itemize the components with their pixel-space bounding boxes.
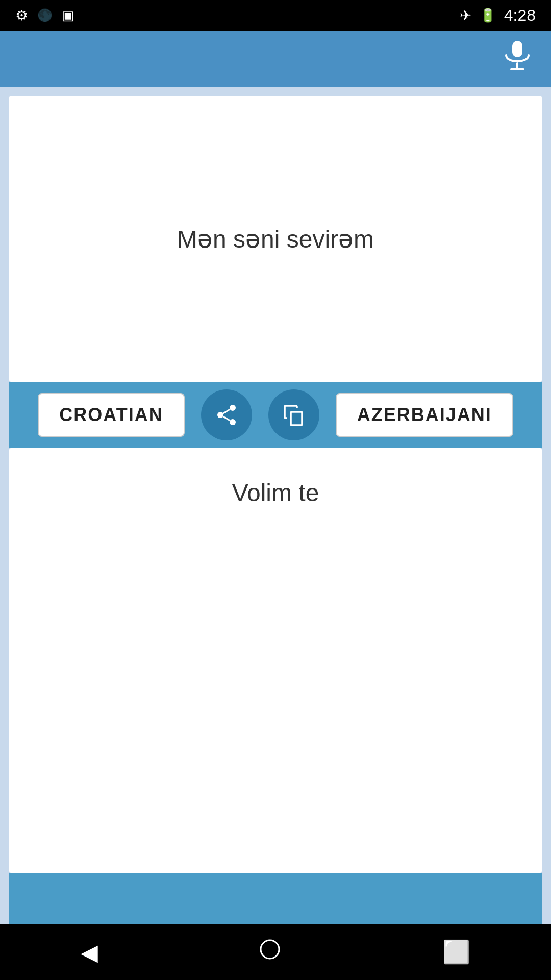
svg-point-3 (230, 405, 236, 411)
svg-line-6 (223, 416, 230, 421)
settings-icon: ⚙ (15, 7, 28, 24)
main-content: Mən səni sevirəm CROATIAN AZERBAIJANI Vo… (0, 87, 551, 924)
source-panel[interactable]: Mən səni sevirəm (9, 96, 542, 382)
svg-line-7 (223, 409, 230, 413)
circle-icon: 🌑 (37, 8, 53, 22)
home-button[interactable] (259, 938, 281, 966)
source-language-button[interactable]: CROATIAN (38, 393, 184, 437)
nav-bar: ◀ ⬜ (0, 924, 551, 980)
airplane-icon: ✈ (460, 7, 471, 24)
recents-button[interactable]: ⬜ (442, 939, 470, 965)
translated-panel[interactable]: Volim te (9, 448, 542, 873)
svg-rect-0 (512, 41, 522, 57)
status-bar: ⚙ 🌑 ▣ ✈ 🔋 4:28 (0, 0, 551, 31)
back-button[interactable]: ◀ (81, 939, 98, 965)
battery-icon: 🔋 (480, 8, 496, 23)
bottom-accent-bar (9, 873, 542, 924)
status-right-icons: ✈ 🔋 4:28 (460, 6, 536, 25)
source-text: Mən səni sevirəm (157, 204, 394, 274)
svg-point-5 (230, 419, 236, 425)
svg-point-4 (217, 412, 223, 418)
share-button[interactable] (201, 389, 252, 440)
translated-text: Volim te (212, 479, 340, 507)
microphone-icon[interactable] (504, 40, 531, 78)
copy-button[interactable] (268, 389, 319, 440)
svg-point-9 (261, 940, 279, 959)
share-icon (214, 403, 239, 427)
svg-rect-8 (291, 412, 302, 425)
target-language-button[interactable]: AZERBAIJANI (336, 393, 513, 437)
status-time: 4:28 (504, 6, 536, 25)
language-bar: CROATIAN AZERBAIJANI (9, 382, 542, 448)
status-left-icons: ⚙ 🌑 ▣ (15, 7, 74, 24)
toolbar (0, 31, 551, 87)
sd-card-icon: ▣ (62, 8, 74, 23)
copy-icon (282, 403, 306, 427)
